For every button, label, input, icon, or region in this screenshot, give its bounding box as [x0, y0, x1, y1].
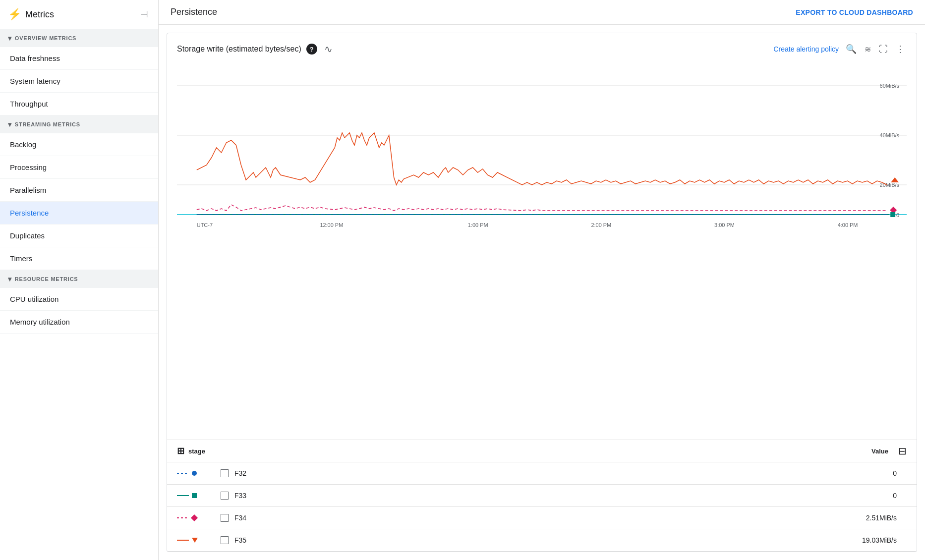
section-resource[interactable]: ▾ RESOURCE METRICS [0, 270, 158, 288]
top-bar: Persistence EXPORT TO CLOUD DASHBOARD [159, 0, 925, 25]
f34-line [177, 517, 189, 518]
create-alert-button[interactable]: Create alerting policy [773, 45, 839, 53]
f34-checkbox[interactable] [221, 514, 229, 522]
chart-trend-icon[interactable]: ∿ [322, 41, 335, 57]
f35-checkbox[interactable] [221, 536, 229, 544]
value-label: Value [871, 448, 888, 455]
svg-text:4:00 PM: 4:00 PM [838, 222, 858, 228]
f32-line [177, 473, 189, 474]
sidebar-item-system-latency[interactable]: System latency [0, 70, 158, 93]
chart-title: Storage write (estimated bytes/sec) [177, 45, 301, 54]
legend-stage-column: ⊞ stage [177, 446, 871, 456]
collapse-button[interactable]: ⊣ [138, 7, 150, 22]
columns-icon[interactable]: ⊟ [898, 445, 907, 457]
section-resource-label: RESOURCE METRICS [15, 276, 78, 282]
f32-name: F32 [234, 469, 893, 477]
search-icon[interactable]: 🔍 [844, 42, 859, 56]
legend-table: ⊞ stage Value ⊟ F32 0 [167, 440, 917, 552]
f32-checkbox[interactable] [221, 469, 229, 477]
page-title: Persistence [171, 7, 217, 17]
svg-text:60MiB/s: 60MiB/s [880, 83, 900, 89]
f34-name: F34 [234, 514, 866, 522]
legend-table-header: ⊞ stage Value ⊟ [167, 440, 917, 462]
f33-dot [192, 493, 197, 498]
chevron-down-icon: ▾ [8, 120, 12, 128]
main-scroll: Storage write (estimated bytes/sec) ? ∿ … [159, 25, 925, 560]
f33-checkbox[interactable] [221, 492, 229, 500]
f32-dot [192, 471, 197, 476]
sidebar-item-duplicates[interactable]: Duplicates [0, 224, 158, 247]
app-name: Metrics [25, 9, 54, 20]
chevron-down-icon: ▾ [8, 275, 12, 283]
sidebar-item-timers[interactable]: Timers [0, 247, 158, 270]
sidebar-item-data-freshness[interactable]: Data freshness [0, 47, 158, 70]
f35-value: 19.03MiB/s [862, 536, 897, 544]
f35-name: F35 [234, 536, 862, 544]
f35-indicator [177, 538, 217, 543]
sidebar-item-persistence[interactable]: Persistence [0, 202, 158, 224]
help-icon[interactable]: ? [306, 44, 317, 55]
legend-row-f32: F32 0 [167, 462, 917, 485]
legend-row-f33: F33 0 [167, 485, 917, 507]
stage-label: stage [188, 448, 205, 455]
svg-text:3:00 PM: 3:00 PM [714, 222, 735, 228]
more-options-icon[interactable]: ⋮ [894, 42, 907, 56]
section-overview-label: OVERVIEW METRICS [15, 35, 76, 41]
f32-value: 0 [893, 469, 897, 477]
sidebar-item-memory-utilization[interactable]: Memory utilization [0, 311, 158, 334]
section-streaming[interactable]: ▾ STREAMING METRICS [0, 115, 158, 133]
chart-header: Storage write (estimated bytes/sec) ? ∿ … [167, 33, 917, 61]
f33-name: F33 [234, 492, 893, 500]
svg-text:0: 0 [896, 212, 899, 218]
section-overview[interactable]: ▾ OVERVIEW METRICS [0, 29, 158, 47]
f34-indicator [177, 515, 217, 520]
filter-icon[interactable]: ≋ [863, 43, 873, 56]
f35-triangle [192, 538, 198, 543]
section-streaming-label: STREAMING METRICS [15, 121, 80, 127]
sidebar-item-parallelism[interactable]: Parallelism [0, 179, 158, 202]
f35-line [177, 540, 189, 541]
svg-text:2:00 PM: 2:00 PM [591, 222, 611, 228]
sidebar: ⚡ Metrics ⊣ ▾ OVERVIEW METRICS Data fres… [0, 0, 159, 560]
fullscreen-icon[interactable]: ⛶ [877, 42, 890, 56]
chevron-down-icon: ▾ [8, 34, 12, 42]
svg-rect-12 [890, 212, 895, 217]
sidebar-item-cpu-utilization[interactable]: CPU utilization [0, 288, 158, 311]
svg-text:12:00 PM: 12:00 PM [320, 222, 343, 228]
svg-text:1:00 PM: 1:00 PM [468, 222, 488, 228]
chart-card: Storage write (estimated bytes/sec) ? ∿ … [167, 33, 917, 552]
f34-diamond [191, 514, 198, 521]
f34-value: 2.51MiB/s [866, 514, 897, 522]
chart-toolbar: 🔍 ≋ ⛶ ⋮ [844, 42, 907, 56]
svg-marker-10 [891, 177, 899, 182]
svg-text:UTC-7: UTC-7 [197, 222, 213, 228]
export-button[interactable]: EXPORT TO CLOUD DASHBOARD [796, 8, 913, 16]
legend-row-f35: F35 19.03MiB/s [167, 529, 917, 552]
chart-svg: 60MiB/s 40MiB/s 20MiB/s 0 [177, 61, 907, 229]
sidebar-item-processing[interactable]: Processing [0, 156, 158, 179]
f33-value: 0 [893, 492, 897, 500]
sidebar-header: ⚡ Metrics ⊣ [0, 0, 158, 29]
app-logo: ⚡ Metrics [8, 8, 54, 21]
sidebar-item-throughput[interactable]: Throughput [0, 93, 158, 115]
logo-icon: ⚡ [8, 8, 21, 21]
grid-icon: ⊞ [177, 446, 184, 456]
f33-line [177, 495, 189, 496]
sidebar-item-backlog[interactable]: Backlog [0, 133, 158, 156]
main-content: Persistence EXPORT TO CLOUD DASHBOARD St… [159, 0, 925, 560]
f33-indicator [177, 493, 217, 498]
f32-indicator [177, 471, 217, 476]
chart-area: 60MiB/s 40MiB/s 20MiB/s 0 [167, 61, 917, 438]
legend-row-f34: F34 2.51MiB/s [167, 507, 917, 529]
svg-text:40MiB/s: 40MiB/s [880, 132, 900, 138]
